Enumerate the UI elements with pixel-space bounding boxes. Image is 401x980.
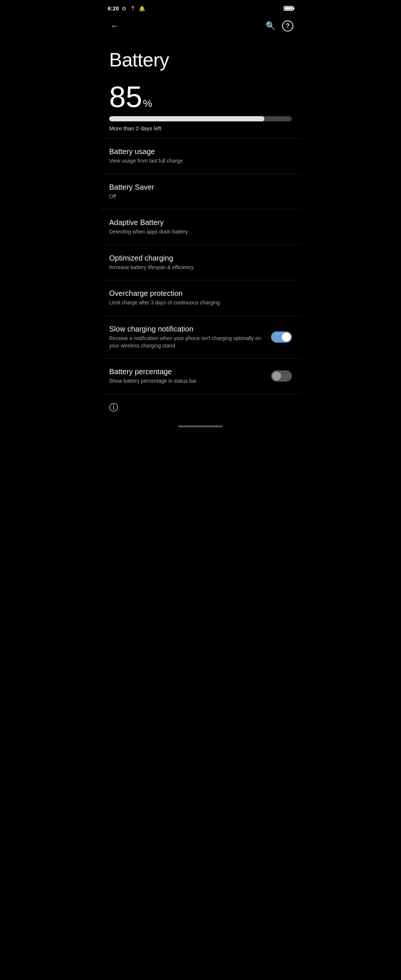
battery-percentage-toggle-thumb <box>272 372 281 380</box>
search-button[interactable]: 🔍 <box>263 18 278 34</box>
menu-item-slow-charging[interactable]: Slow charging notification Receive a not… <box>100 316 301 358</box>
status-bar: 6:20 ⚙ 📍 🔔 <box>100 0 301 14</box>
slow-charging-toggle-container <box>271 331 292 343</box>
menu-item-overcharge-protection-text: Overcharge protection Limit charge after… <box>109 289 292 307</box>
menu-item-optimized-charging-subtitle: Increase battery lifespan & efficiency <box>109 264 292 271</box>
settings-status-icon: ⚙ <box>122 6 127 11</box>
battery-bar-container <box>109 116 292 121</box>
menu-item-slow-charging-subtitle: Receive a notification when your phone i… <box>109 335 265 349</box>
battery-number: 85 <box>109 82 142 112</box>
menu-item-battery-saver-text: Battery Saver Off <box>109 183 292 200</box>
page-title: Battery <box>100 41 301 82</box>
menu-item-optimized-charging-title: Optimized charging <box>109 254 292 262</box>
menu-item-overcharge-protection-title: Overcharge protection <box>109 289 292 298</box>
menu-item-battery-percentage-subtitle: Show battery percentage in status bar <box>109 377 265 385</box>
battery-unit: % <box>143 98 152 110</box>
menu-item-optimized-charging-text: Optimized charging Increase battery life… <box>109 254 292 271</box>
battery-percentage-toggle[interactable] <box>271 371 292 382</box>
menu-item-adaptive-battery-text: Adaptive Battery Detecting when apps dra… <box>109 218 292 236</box>
bottom-nav-bar <box>100 421 301 435</box>
menu-item-battery-saver-subtitle: Off <box>109 193 292 200</box>
slow-charging-toggle-thumb <box>282 332 291 342</box>
menu-item-optimized-charging[interactable]: Optimized charging Increase battery life… <box>100 245 301 280</box>
menu-item-battery-saver-title: Battery Saver <box>109 183 292 191</box>
menu-item-battery-percentage[interactable]: Battery percentage Show battery percenta… <box>100 359 301 394</box>
menu-item-battery-usage-subtitle: View usage from last full charge <box>109 158 292 165</box>
location-status-icon: 📍 <box>130 6 136 11</box>
menu-item-slow-charging-title: Slow charging notification <box>109 325 265 333</box>
info-icon[interactable]: ⓘ <box>100 394 301 421</box>
menu-item-battery-usage-title: Battery usage <box>109 147 292 156</box>
notification-status-icon: 🔔 <box>139 6 145 11</box>
menu-item-overcharge-protection-subtitle: Limit charge after 3 days of continuous … <box>109 299 292 307</box>
status-right <box>284 6 293 11</box>
bottom-bar-handle <box>178 425 223 427</box>
slow-charging-toggle[interactable] <box>271 331 292 343</box>
battery-bar-fill <box>109 116 264 121</box>
menu-item-battery-usage[interactable]: Battery usage View usage from last full … <box>100 138 301 174</box>
battery-status-icon <box>284 6 293 11</box>
menu-item-adaptive-battery[interactable]: Adaptive Battery Detecting when apps dra… <box>100 209 301 245</box>
help-button[interactable]: ? <box>282 21 293 32</box>
menu-item-battery-saver[interactable]: Battery Saver Off <box>100 174 301 209</box>
top-nav: ← 🔍 ? <box>100 14 301 38</box>
status-left: 6:20 ⚙ 📍 🔔 <box>108 5 145 11</box>
battery-percentage-toggle-container <box>271 371 292 382</box>
battery-time-left: More than 2 days left <box>109 125 292 131</box>
menu-item-adaptive-battery-title: Adaptive Battery <box>109 218 292 227</box>
battery-percent-section: 85 % More than 2 days left <box>100 82 301 138</box>
menu-item-battery-percentage-title: Battery percentage <box>109 368 265 376</box>
back-button[interactable]: ← <box>108 18 122 34</box>
nav-right-icons: 🔍 ? <box>263 18 293 34</box>
menu-item-adaptive-battery-subtitle: Detecting when apps drain battery <box>109 228 292 236</box>
menu-item-slow-charging-text: Slow charging notification Receive a not… <box>109 325 265 349</box>
menu-item-battery-usage-text: Battery usage View usage from last full … <box>109 147 292 165</box>
menu-item-overcharge-protection[interactable]: Overcharge protection Limit charge after… <box>100 280 301 315</box>
menu-list: Battery usage View usage from last full … <box>100 138 301 394</box>
menu-item-battery-percentage-text: Battery percentage Show battery percenta… <box>109 368 265 385</box>
status-time: 6:20 <box>108 5 119 11</box>
battery-percent-value: 85 % <box>109 82 292 112</box>
